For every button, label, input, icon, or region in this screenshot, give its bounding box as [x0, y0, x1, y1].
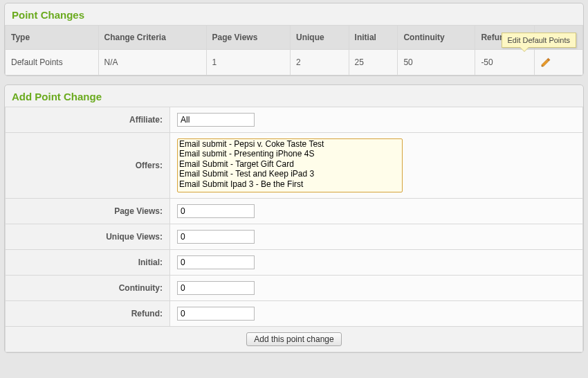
col-initial: Initial	[349, 26, 398, 50]
label-continuity: Continuity:	[6, 276, 170, 301]
offer-option[interactable]: Email submit - Pepsi v. Coke Taste Test	[178, 139, 402, 149]
offer-option[interactable]: Email submit - Presenting iPhone 4S	[178, 149, 402, 159]
add-point-change-form: Affiliate: Offers: Email submit - Pepsi …	[5, 107, 583, 352]
refund-input[interactable]	[177, 307, 255, 321]
label-page-views: Page Views:	[6, 199, 170, 224]
point-changes-panel: Point Changes Edit Default Points Type C…	[4, 3, 584, 76]
offer-option[interactable]: Email Submit - Test and Keep iPad 3	[178, 169, 402, 179]
cell-refund: -50	[475, 50, 535, 75]
offer-option[interactable]: Email Submit Ipad 3 - Be the First	[178, 179, 402, 189]
label-affiliate: Affiliate:	[6, 107, 170, 133]
col-continuity: Continuity	[398, 26, 475, 50]
table-header-row: Type Change Criteria Page Views Unique I…	[6, 26, 583, 50]
label-refund: Refund:	[6, 301, 170, 327]
initial-input[interactable]	[177, 255, 255, 269]
continuity-input[interactable]	[177, 281, 255, 295]
point-changes-table: Type Change Criteria Page Views Unique I…	[5, 25, 583, 75]
col-page-views: Page Views	[206, 26, 290, 50]
cell-continuity: 50	[398, 50, 475, 75]
pencil-icon[interactable]	[540, 57, 577, 68]
cell-unique: 2	[290, 50, 349, 75]
label-offers: Offers:	[6, 133, 170, 199]
page-views-input[interactable]	[177, 204, 255, 218]
offer-option[interactable]: Email Submit - Target Gift Card	[178, 159, 402, 169]
label-unique-views: Unique Views:	[6, 224, 170, 250]
table-row: Default Points N/A 1 2 25 50 -50	[6, 50, 583, 75]
point-changes-title: Point Changes	[5, 3, 583, 25]
cell-type: Default Points	[6, 50, 99, 75]
cell-page-views: 1	[206, 50, 290, 75]
cell-initial: 25	[349, 50, 398, 75]
offers-select[interactable]: Email submit - Pepsi v. Coke Taste Test …	[177, 138, 403, 192]
col-unique: Unique	[290, 26, 349, 50]
col-criteria: Change Criteria	[98, 26, 206, 50]
label-initial: Initial:	[6, 250, 170, 276]
edit-default-points-tooltip: Edit Default Points	[502, 33, 577, 48]
affiliate-input[interactable]	[177, 113, 255, 127]
add-point-change-title: Add Point Change	[5, 85, 583, 107]
add-point-change-panel: Add Point Change Affiliate: Offers: Emai…	[4, 84, 584, 353]
unique-views-input[interactable]	[177, 230, 255, 244]
add-point-change-button[interactable]: Add this point change	[246, 332, 341, 346]
cell-criteria: N/A	[98, 50, 206, 75]
col-type: Type	[6, 26, 99, 50]
